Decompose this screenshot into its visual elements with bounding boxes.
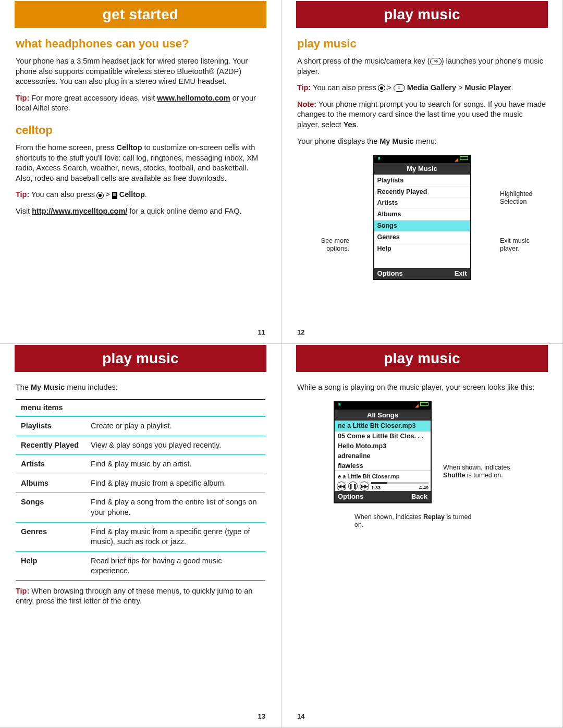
link-hellomoto[interactable]: www.hellomoto.com xyxy=(157,94,230,102)
my-music-includes: The My Music menu includes: xyxy=(16,382,265,393)
table-header: menu items xyxy=(16,399,265,416)
page-number: 12 xyxy=(297,328,304,337)
tip-accessories: Tip: For more great accessory ideas, vis… xyxy=(16,93,265,114)
section-banner: play music xyxy=(15,345,266,372)
callout-highlighted: Highlighted Selection xyxy=(500,190,547,206)
softkey-left: Options xyxy=(377,269,403,278)
softkey-right: Exit xyxy=(455,269,467,278)
phone-displays: Your phone displays the My Music menu: xyxy=(297,137,547,147)
softkey-right: Back xyxy=(411,492,427,501)
signal-icon: ▝ xyxy=(337,402,340,409)
celltop-body: From the home screen, press Celltop to c… xyxy=(16,143,265,183)
table-row: Recently PlayedView & play songs you pla… xyxy=(16,436,265,455)
rssi-icon: ◢ xyxy=(415,402,419,409)
section-banner: get started xyxy=(15,1,266,28)
next-icon: ▶▶ xyxy=(360,482,369,491)
page-12: play music play music A short press of t… xyxy=(282,0,563,344)
track-list: 05 Come a Little Bit Clos. . . Hello Mot… xyxy=(335,431,431,471)
section-banner: play music xyxy=(296,345,548,372)
signal-icon: ▝ xyxy=(376,156,380,163)
callout-replay: When shown, indicates Replay is turned o… xyxy=(354,513,474,529)
section-banner: play music xyxy=(296,1,548,28)
center-key-icon xyxy=(97,192,103,199)
status-bar: ▝ ◢ xyxy=(374,156,470,163)
phone-screenshot-my-music: ▝ ◢ My Music Playlists Recently Played A… xyxy=(373,155,471,280)
battery-icon xyxy=(460,156,468,160)
menu-item: Help xyxy=(374,243,470,254)
status-bar: ▝ ◢ xyxy=(335,402,431,410)
tip-celltop-shortcut: Tip: You can also press > Celltop. xyxy=(16,190,265,200)
page-number: 11 xyxy=(258,328,265,337)
table-row: SongsFind & play a song from the entire … xyxy=(16,493,265,522)
rssi-icon: ◢ xyxy=(455,156,458,163)
softkey-bar: Options Exit xyxy=(374,268,470,279)
menu-item: Playlists xyxy=(374,175,470,186)
table-row: PlaylistsCreate or play a playlist. xyxy=(16,416,265,436)
table-row: ArtistsFind & play music by an artist. xyxy=(16,455,265,474)
heading-celltop: celltop xyxy=(16,124,265,137)
menu-item-selected: Songs xyxy=(374,220,470,231)
headphones-body: Your phone has a 3.5mm headset jack for … xyxy=(16,56,265,87)
page-14: play music While a song is playing on th… xyxy=(282,344,563,728)
time-total: 4:49 xyxy=(419,485,429,491)
list-item: adrenaline xyxy=(335,451,431,461)
callout-shuffle: When shown, indicates Shuffle is turned … xyxy=(443,464,527,479)
note-label: Note: xyxy=(297,100,316,108)
menu-items-table: menu items PlaylistsCreate or play a pla… xyxy=(16,399,265,581)
prev-icon: ◀◀ xyxy=(337,482,346,491)
table-row: HelpRead brief tips for having a good mu… xyxy=(16,551,265,581)
note-search-songs: Note: Your phone might prompt you to sea… xyxy=(297,100,547,130)
celltop-visit: Visit http://www.mycelltop.com/ for a qu… xyxy=(16,206,265,217)
heading-play-music: play music xyxy=(297,38,547,50)
menu-item: Artists xyxy=(374,197,470,208)
page-number: 14 xyxy=(297,712,304,721)
menu-key-icon: ≡ xyxy=(394,84,405,92)
page-11: get started what headphones can you use?… xyxy=(0,0,282,344)
now-playing-bar: ne a Little Bit Closer.mp3 xyxy=(335,421,431,431)
menu-item: Recently Played xyxy=(374,186,470,198)
tip-label: Tip: xyxy=(297,83,311,92)
menu-item: Genres xyxy=(374,231,470,243)
menu-item: Albums xyxy=(374,208,470,220)
progress-bar: 1:33 4:49 xyxy=(371,482,429,491)
heading-headphones: what headphones can you use? xyxy=(16,38,265,50)
time-elapsed: 1:33 xyxy=(371,485,381,491)
screen-title: All Songs xyxy=(335,410,431,421)
play-music-intro: A short press of the music/camera key (♪… xyxy=(297,56,547,77)
screen-title: My Music xyxy=(374,163,470,175)
phone-screenshot-player: ▝ ◢ All Songs ne a Little Bit Closer.mp3… xyxy=(334,401,432,503)
tip-jump-letter: Tip: When browsing through any of these … xyxy=(16,586,265,607)
callout-options: See more options. xyxy=(302,237,349,253)
phone-nav-icon xyxy=(112,192,117,199)
softkey-bar: Options Back xyxy=(335,491,431,502)
tip-label: Tip: xyxy=(16,587,29,595)
list-item: 05 Come a Little Bit Clos. . . xyxy=(335,431,431,441)
play-pause-icon: ❚❚ xyxy=(348,482,358,491)
now-playing-title: e a Little Bit Closer.mp xyxy=(337,472,429,482)
page-number: 13 xyxy=(258,712,265,721)
battery-icon xyxy=(420,402,429,406)
manual-spread: get started what headphones can you use?… xyxy=(0,0,563,728)
callout-exit: Exit music player. xyxy=(500,237,547,253)
list-item: Hello Moto.mp3 xyxy=(335,441,431,451)
tip-label: Tip: xyxy=(16,190,29,199)
music-camera-key-icon: ♪⌾ xyxy=(430,58,442,65)
softkey-left: Options xyxy=(338,492,363,501)
table-row: GenresFind & play music from a specific … xyxy=(16,522,265,551)
center-key-icon xyxy=(378,85,385,91)
page-13: play music The My Music menu includes: m… xyxy=(0,344,282,728)
player-controls: e a Little Bit Closer.mp ◀◀ ❚❚ ▶▶ 1:33 4… xyxy=(335,471,431,491)
tip-label: Tip: xyxy=(16,94,29,102)
tip-media-gallery: Tip: You can also press > ≡ Media Galler… xyxy=(297,83,547,93)
list-item: flawless xyxy=(335,461,431,471)
table-row: AlbumsFind & play music from a specific … xyxy=(16,474,265,493)
now-playing-intro: While a song is playing on the music pla… xyxy=(297,382,547,393)
link-mycelltop[interactable]: http://www.mycelltop.com/ xyxy=(32,207,127,215)
